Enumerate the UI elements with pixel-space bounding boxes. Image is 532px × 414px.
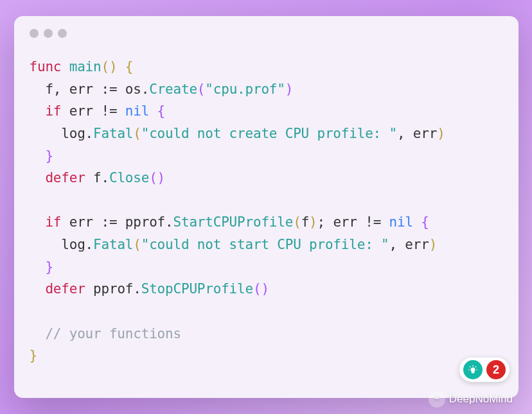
fn-create: Create [149, 82, 197, 97]
floating-badge[interactable]: 2 [459, 358, 510, 382]
rbrace: } [30, 259, 53, 275]
f: f [85, 170, 102, 185]
str-err2: "could not start CPU profile: " [141, 237, 389, 252]
lbrace: { [149, 103, 165, 119]
semi-err: ; err != [317, 214, 389, 230]
dot: . [133, 281, 141, 297]
rparen: ) [437, 126, 445, 141]
fn-fatal: Fatal [93, 126, 133, 141]
traffic-lights [30, 29, 503, 38]
lparen: ( [133, 126, 141, 141]
watermark: ❝ DeepNoMind [429, 391, 513, 408]
traffic-dot-close [30, 29, 39, 38]
str-err1: "could not create CPU profile: " [141, 126, 397, 141]
kw-defer: defer [30, 281, 85, 297]
str-cpuprof: "cpu.prof" [205, 82, 285, 97]
dot: . [85, 126, 93, 141]
parens: () [102, 59, 118, 74]
traffic-dot-maximize [58, 29, 67, 38]
rparen: ) [309, 214, 317, 230]
code-window: func main() { f, err := os.Create("cpu.p… [14, 16, 519, 398]
kw-if: if [30, 103, 62, 119]
lbrace: { [117, 59, 133, 74]
parens: () [253, 281, 269, 297]
err: err [61, 214, 101, 230]
lbrace: { [413, 214, 429, 230]
errne: err != [61, 103, 125, 119]
fn-main: main [69, 59, 102, 74]
parens: () [149, 170, 165, 185]
code-content: func main() { f, err := os.Create("cpu.p… [30, 56, 503, 367]
fn-stopcpu: StopCPUProfile [141, 281, 253, 297]
dot: . [165, 214, 173, 230]
idents: f, err [30, 82, 102, 97]
rbrace: } [30, 148, 53, 164]
rparen: ) [429, 237, 437, 252]
comma-err: , err [389, 237, 429, 252]
pprof: pprof [85, 281, 134, 297]
kw-defer: defer [30, 170, 85, 185]
log: log [30, 237, 85, 252]
assign: := [102, 214, 118, 230]
rparen: ) [285, 82, 293, 97]
log: log [30, 126, 85, 141]
bulb-icon [463, 360, 483, 379]
lparen: ( [293, 214, 301, 230]
assign: := [102, 82, 118, 97]
os: os [117, 82, 141, 97]
nil: nil [125, 103, 149, 119]
kw-func: func [30, 59, 62, 74]
dot: . [85, 237, 93, 252]
f-arg: f [301, 214, 309, 230]
traffic-dot-minimize [44, 29, 53, 38]
watermark-logo-icon: ❝ [429, 391, 445, 408]
comma-err: , err [397, 126, 437, 141]
rbrace-end: } [30, 348, 37, 363]
watermark-text: DeepNoMind [449, 393, 513, 406]
fn-close: Close [109, 170, 149, 185]
lparen: ( [197, 82, 205, 97]
fn-fatal: Fatal [93, 237, 133, 252]
nil: nil [389, 214, 413, 230]
svg-rect-1 [472, 372, 474, 373]
lparen: ( [133, 237, 141, 252]
kw-if: if [30, 214, 62, 230]
fn-startcpu: StartCPUProfile [173, 214, 294, 230]
notification-count: 2 [486, 360, 506, 379]
dot: . [141, 82, 149, 97]
comment: // your functions [30, 326, 181, 341]
dot: . [102, 170, 109, 185]
pprof: pprof [117, 214, 165, 230]
